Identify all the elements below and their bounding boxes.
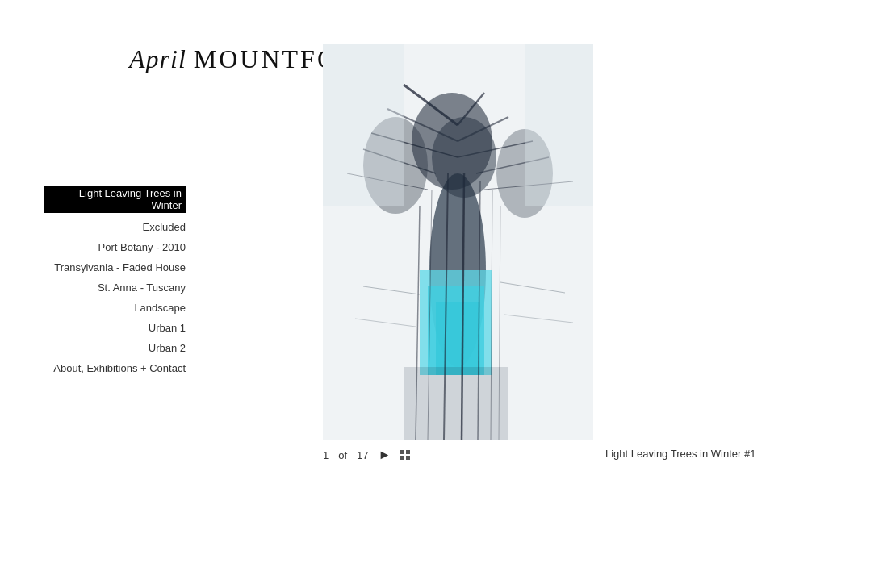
- nav-item-8[interactable]: About, Exhibitions + Contact: [44, 362, 186, 374]
- grid-dot-1: [400, 450, 404, 454]
- nav-item-7[interactable]: Urban 2: [44, 342, 186, 354]
- grid-view-button[interactable]: [400, 450, 410, 460]
- page-total: 17: [357, 449, 368, 461]
- next-arrow-button[interactable]: ►: [379, 448, 391, 462]
- nav-item-3[interactable]: Transylvania - Faded House: [44, 261, 186, 273]
- artist-first-name: April: [129, 44, 186, 73]
- image-caption: Light Leaving Trees in Winter #1: [605, 448, 755, 460]
- artwork-image: [323, 44, 593, 440]
- page-current: 1: [323, 449, 329, 461]
- artwork-svg: [323, 44, 593, 440]
- svg-rect-6: [436, 302, 480, 375]
- nav-item-0[interactable]: Light Leaving Trees in Winter: [44, 186, 186, 213]
- nav-item-6[interactable]: Urban 1: [44, 322, 186, 334]
- main-image-container: [323, 44, 593, 440]
- svg-point-25: [432, 117, 496, 198]
- sidebar-nav: Light Leaving Trees in WinterExcludedPor…: [44, 186, 186, 382]
- svg-rect-29: [525, 44, 593, 206]
- grid-dot-2: [406, 450, 410, 454]
- grid-dot-3: [400, 456, 404, 460]
- svg-rect-30: [404, 367, 508, 440]
- page-of-label: of: [338, 449, 347, 461]
- svg-rect-28: [323, 44, 404, 206]
- image-nav: 1 of 17 ►: [323, 448, 410, 462]
- nav-item-5[interactable]: Landscape: [44, 302, 186, 314]
- nav-item-2[interactable]: Port Botany - 2010: [44, 241, 186, 253]
- nav-item-4[interactable]: St. Anna - Tuscany: [44, 281, 186, 294]
- nav-item-1[interactable]: Excluded: [44, 221, 186, 233]
- grid-dot-4: [406, 456, 410, 460]
- grid-icon: [400, 450, 410, 460]
